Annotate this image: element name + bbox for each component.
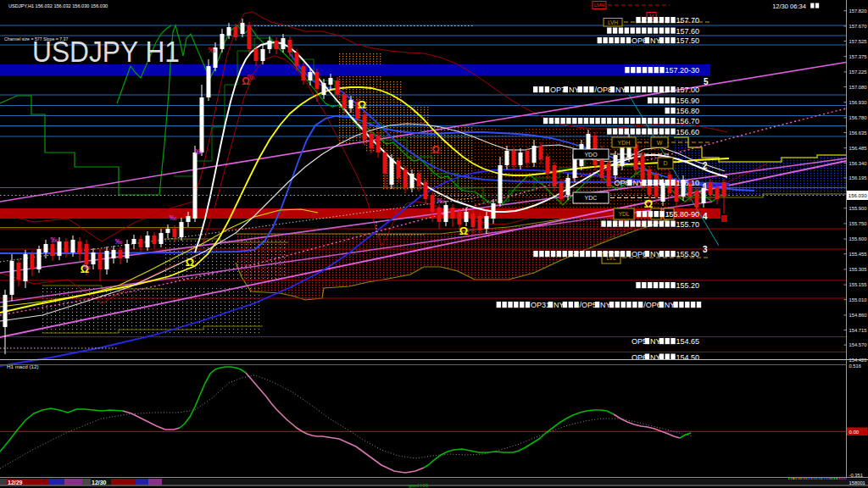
svg-text:156.90: 156.90: [676, 97, 700, 105]
svg-text:Ω: Ω: [431, 144, 440, 156]
svg-text:USDJPY,H1 156.032 156.032 156: USDJPY,H1 156.032 156.032 156.030 156.03…: [8, 3, 108, 8]
svg-text:1: 1: [703, 182, 708, 191]
svg-text:155.305: 155.305: [849, 267, 867, 272]
svg-text:OP5: OP5: [632, 337, 647, 346]
svg-text:‰: ‰: [248, 73, 255, 81]
svg-text:155.455: 155.455: [849, 252, 867, 257]
svg-text:LMH: LMH: [594, 3, 605, 8]
svg-text:/OP5: /OP5: [580, 301, 598, 309]
svg-text:155.600: 155.600: [849, 236, 867, 241]
svg-text:4: 4: [703, 212, 708, 221]
svg-text:NY: NY: [554, 301, 565, 309]
svg-text:12/30: 12/30: [92, 480, 107, 485]
svg-text:Ω: Ω: [644, 197, 653, 210]
svg-text:OP6: OP6: [632, 250, 647, 258]
svg-text:/OP8: /OP8: [595, 86, 613, 94]
svg-text:/OP6: /OP6: [643, 301, 661, 309]
svg-text:Ω: Ω: [358, 98, 366, 111]
svg-text:YDO: YDO: [584, 152, 598, 158]
svg-text:154.860: 154.860: [849, 313, 867, 318]
svg-text:156.80: 156.80: [676, 107, 700, 115]
svg-text:157.670: 157.670: [849, 24, 867, 29]
svg-text:157.525: 157.525: [849, 39, 867, 44]
svg-text:NY: NY: [650, 250, 661, 258]
svg-text:157.70: 157.70: [676, 16, 700, 25]
svg-text:155.155: 155.155: [849, 282, 867, 287]
svg-text:157.00: 157.00: [676, 86, 700, 94]
svg-text:‰: ‰: [115, 237, 123, 246]
svg-text:156.780: 156.780: [849, 115, 867, 120]
svg-text:156.70: 156.70: [676, 117, 700, 125]
svg-text:-0.351: -0.351: [849, 473, 863, 478]
svg-text:157.820: 157.820: [849, 8, 867, 14]
svg-text:0.00: 0.00: [849, 430, 860, 435]
svg-text:156.635: 156.635: [849, 130, 867, 136]
svg-text:NY: NY: [650, 337, 661, 346]
svg-text:‰: ‰: [195, 147, 203, 156]
svg-text:5: 5: [704, 77, 709, 86]
svg-text:156.10: 156.10: [676, 179, 700, 187]
svg-text:0.516: 0.516: [849, 363, 862, 369]
svg-text:OP31: OP31: [531, 301, 550, 309]
svg-text:157.080: 157.080: [849, 85, 867, 90]
svg-text:H1 macd (12): H1 macd (12): [7, 363, 38, 369]
svg-text:YDH: YDH: [618, 140, 631, 146]
svg-text:3: 3: [703, 245, 708, 254]
svg-text:156.195: 156.195: [849, 175, 867, 180]
svg-text:‰: ‰: [83, 263, 91, 271]
svg-text:W: W: [657, 140, 663, 146]
svg-text:NY: NY: [600, 301, 611, 309]
svg-text:NY: NY: [615, 86, 626, 94]
svg-text:155.70: 155.70: [676, 220, 700, 229]
svg-text:158001: 158001: [849, 480, 865, 485]
svg-text:155.20: 155.20: [676, 281, 700, 290]
svg-text:good f 09: good f 09: [409, 483, 428, 488]
svg-text:155.50: 155.50: [676, 250, 700, 258]
svg-text:157.375: 157.375: [849, 54, 867, 59]
svg-text:Ω: Ω: [459, 225, 468, 237]
svg-text:NY: NY: [665, 301, 676, 309]
svg-text:Ω: Ω: [186, 256, 194, 269]
svg-text:OP7: OP7: [550, 86, 565, 94]
svg-text:155.80-90: 155.80-90: [665, 210, 700, 219]
svg-text:OP8: OP8: [615, 179, 630, 187]
svg-text:157.60: 157.60: [676, 27, 700, 36]
svg-text:‰: ‰: [170, 214, 177, 222]
svg-text:155.750: 155.750: [849, 221, 867, 226]
svg-text:154.65: 154.65: [676, 337, 700, 346]
svg-text:NY: NY: [650, 36, 661, 45]
svg-text:12/30 06:34: 12/30 06:34: [772, 3, 806, 10]
svg-text:YDL: YDL: [619, 211, 630, 217]
svg-text:156.930: 156.930: [849, 100, 867, 105]
svg-text:157.50: 157.50: [676, 36, 700, 45]
svg-text:156.485: 156.485: [849, 146, 867, 151]
svg-text:157.225: 157.225: [849, 69, 867, 75]
svg-text:156.60: 156.60: [676, 128, 700, 136]
svg-text:USDJPY H1: USDJPY H1: [32, 35, 180, 68]
svg-text:2: 2: [703, 161, 708, 170]
svg-text:‰: ‰: [51, 236, 58, 244]
svg-text:LVH: LVH: [608, 19, 618, 25]
svg-text:‰: ‰: [437, 197, 445, 205]
svg-text:157.20-30: 157.20-30: [665, 66, 700, 75]
svg-text:D: D: [663, 160, 667, 166]
svg-text:154.570: 154.570: [849, 342, 867, 347]
svg-text:155.900: 155.900: [849, 206, 867, 211]
svg-text:155.010: 155.010: [849, 297, 867, 302]
svg-text:156.030: 156.030: [849, 193, 867, 198]
svg-text:154.715: 154.715: [849, 328, 867, 333]
svg-text:‰: ‰: [209, 46, 216, 54]
svg-text:OP6: OP6: [632, 36, 647, 45]
svg-text:12/29: 12/29: [8, 480, 23, 485]
svg-text:156.340: 156.340: [849, 161, 867, 166]
svg-text:YDC: YDC: [585, 195, 598, 201]
